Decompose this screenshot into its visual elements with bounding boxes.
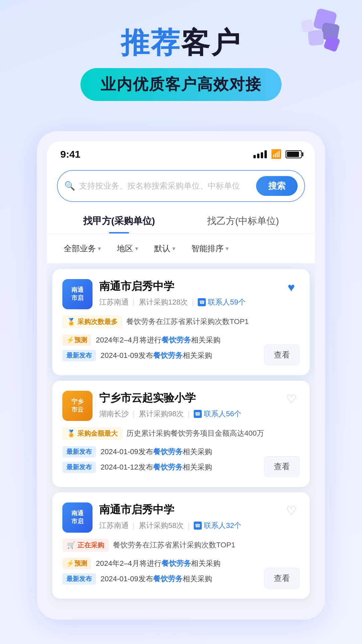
search-bar[interactable]: 🔍 支持按业务、按名称搜索采购单位、中标单位 搜索 (57, 170, 305, 202)
tab-buyer[interactable]: 找甲方(采购单位) (57, 207, 181, 233)
company-name-3: 南通市启秀中学 (99, 502, 276, 517)
predict-tag-1: ⚡预测 (62, 334, 91, 346)
chevron-down-icon: ▾ (98, 245, 101, 252)
company-logo-1: 南通 市启 (62, 279, 93, 309)
chevron-down-icon: ▾ (226, 245, 229, 252)
new-release-tag-3: 最新发布 (62, 573, 96, 585)
hero-section: 推荐客户 业内优质客户高效对接 (0, 0, 362, 121)
badge-shopping-3: 🛒 正在采购 (62, 539, 109, 552)
card-2: 宁乡 市云 宁乡市云起实验小学 湖南长沙 | 累计采购98次 | ☎ 联系人 (52, 381, 310, 487)
phone-mockup: 9:41 📶 🔍 支持按业务、按名称搜索采购单位、中标单位 搜索 (37, 131, 325, 620)
badge-gold-1: 🏅 采购次数最多 (62, 315, 122, 328)
svg-rect-2 (308, 30, 324, 46)
search-icon: 🔍 (64, 181, 75, 191)
badge-desc-1: 餐饮劳务在江苏省累计采购次数TOP1 (126, 317, 249, 327)
card-info-3: 南通市启秀中学 江苏南通 | 累计采购58次 | ☎ 联系人32个 (99, 502, 276, 531)
contact-link-3[interactable]: ☎ 联系人32个 (194, 521, 241, 531)
contact-icon: ☎ (194, 410, 202, 418)
favorite-button-1[interactable]: ♥ (283, 279, 300, 296)
new-release-tag-2-2: 最新发布 (62, 462, 96, 473)
status-icons: 📶 (253, 149, 302, 159)
card-header-1: 南通 市启 南通市启秀中学 江苏南通 | 累计采购128次 | ☎ 联系人5 (62, 279, 300, 309)
badge-row-2: 🏅 采购金额最大 历史累计采购餐饮劳务项目金额高达400万 (62, 427, 300, 440)
search-section: 🔍 支持按业务、按名称搜索采购单位、中标单位 搜索 (47, 163, 315, 207)
phone-inner: 9:41 📶 🔍 支持按业务、按名称搜索采购单位、中标单位 搜索 (47, 141, 315, 609)
card-1: 南通 市启 南通市启秀中学 江苏南通 | 累计采购128次 | ☎ 联系人5 (52, 269, 310, 375)
badge-row-3: 🛒 正在采购 餐饮劳务在江苏省累计采购次数TOP1 (62, 539, 300, 552)
battery-icon (286, 150, 302, 158)
contact-link-2[interactable]: ☎ 联系人56个 (194, 409, 241, 419)
filter-region[interactable]: 地区 ▾ (110, 240, 145, 257)
svg-rect-4 (301, 19, 314, 33)
badge-desc-3: 餐饮劳务在江苏省累计采购次数TOP1 (113, 540, 235, 550)
info-row-3-1: ⚡预测 2024年2–4月将进行餐饮劳务相关采购 (62, 558, 264, 569)
tab-winner[interactable]: 找乙方(中标单位) (181, 207, 305, 233)
card-3: 南通 市启 南通市启秀中学 江苏南通 | 累计采购58次 | ☎ 联系人32 (52, 492, 310, 599)
badge-desc-2: 历史累计采购餐饮劳务项目金额高达400万 (126, 428, 264, 438)
search-button[interactable]: 搜索 (256, 176, 298, 196)
badge-row-1: 🏅 采购次数最多 餐饮劳务在江苏省累计采购次数TOP1 (62, 315, 300, 328)
company-logo-3: 南通 市启 (62, 502, 93, 533)
filter-bar: 全部业务 ▾ 地区 ▾ 默认 ▾ 智能排序 ▾ (47, 234, 315, 264)
status-bar: 9:41 📶 (47, 141, 315, 163)
info-text-3-1: 2024年2–4月将进行餐饮劳务相关采购 (96, 558, 264, 569)
company-meta-2: 湖南长沙 | 累计采购98次 | ☎ 联系人56个 (99, 409, 276, 419)
info-text-1-1: 2024年2–4月将进行餐饮劳务相关采购 (96, 335, 264, 345)
company-meta-1: 江苏南通 | 累计采购128次 | ☎ 联系人59个 (99, 297, 276, 307)
info-row-3-2: 最新发布 2024-01-09发布餐饮劳务相关采购 (62, 573, 264, 585)
filter-all-business[interactable]: 全部业务 ▾ (57, 240, 108, 257)
info-text-2-2: 2024-01-12发布餐饮劳务相关采购 (101, 462, 264, 472)
signal-icon (253, 150, 267, 158)
card-info-2: 宁乡市云起实验小学 湖南长沙 | 累计采购98次 | ☎ 联系人56个 (99, 391, 276, 419)
wifi-icon: 📶 (271, 149, 282, 159)
view-button-3[interactable]: 查看 (264, 568, 300, 589)
card-info-block-1: ⚡预测 2024年2–4月将进行餐饮劳务相关采购 最新发布 2024-01-09… (62, 334, 264, 365)
new-release-tag-2-1: 最新发布 (62, 446, 96, 458)
card-header-2: 宁乡 市云 宁乡市云起实验小学 湖南长沙 | 累计采购98次 | ☎ 联系人 (62, 391, 300, 421)
info-text-2-1: 2024-01-09发布餐饮劳务相关采购 (101, 447, 264, 457)
card-info-block-3: ⚡预测 2024年2–4月将进行餐饮劳务相关采购 最新发布 2024-01-09… (62, 558, 264, 589)
card-actions-3: ⚡预测 2024年2–4月将进行餐饮劳务相关采购 最新发布 2024-01-09… (62, 558, 300, 589)
card-info-block-2: 最新发布 2024-01-09发布餐饮劳务相关采购 最新发布 2024-01-1… (62, 446, 264, 477)
hero-subtitle-wrap: 业内优质客户高效对接 (80, 68, 282, 101)
contact-icon: ☎ (198, 298, 206, 306)
company-logo-2: 宁乡 市云 (62, 391, 93, 421)
card-header-3: 南通 市启 南通市启秀中学 江苏南通 | 累计采购58次 | ☎ 联系人32 (62, 502, 300, 533)
hero-subtitle: 业内优质客户高效对接 (101, 75, 261, 93)
chevron-down-icon: ▾ (172, 245, 175, 252)
info-row-1-1: ⚡预测 2024年2–4月将进行餐饮劳务相关采购 (62, 334, 264, 346)
view-button-1[interactable]: 查看 (264, 344, 300, 365)
status-time: 9:41 (60, 149, 80, 160)
company-name-1: 南通市启秀中学 (99, 279, 276, 294)
predict-tag-3: ⚡预测 (62, 558, 91, 569)
view-button-2[interactable]: 查看 (264, 456, 300, 477)
favorite-button-3[interactable]: ♡ (283, 502, 300, 519)
filter-smart-sort[interactable]: 智能排序 ▾ (185, 240, 235, 257)
cube-decoration (292, 7, 352, 67)
contact-link-1[interactable]: ☎ 联系人59个 (198, 297, 245, 307)
badge-gold-2: 🏅 采购金额最大 (62, 427, 122, 440)
info-row-2-1: 最新发布 2024-01-09发布餐饮劳务相关采购 (62, 446, 264, 458)
search-input[interactable]: 支持按业务、按名称搜索采购单位、中标单位 (79, 180, 252, 191)
favorite-button-2[interactable]: ♡ (283, 391, 300, 408)
chevron-down-icon: ▾ (135, 245, 138, 252)
card-actions-1: ⚡预测 2024年2–4月将进行餐饮劳务相关采购 最新发布 2024-01-09… (62, 334, 300, 365)
cards-area: 南通 市启 南通市启秀中学 江苏南通 | 累计采购128次 | ☎ 联系人5 (47, 264, 315, 609)
card-actions-2: 最新发布 2024-01-09发布餐饮劳务相关采购 最新发布 2024-01-1… (62, 446, 300, 477)
tabs-section: 找甲方(采购单位) 找乙方(中标单位) (47, 207, 315, 234)
company-meta-3: 江苏南通 | 累计采购58次 | ☎ 联系人32个 (99, 521, 276, 531)
info-text-1-2: 2024-01-09发布餐饮劳务相关采购 (101, 351, 264, 361)
info-row-1-2: 最新发布 2024-01-09发布餐饮劳务相关采购 (62, 350, 264, 361)
info-text-3-2: 2024-01-09发布餐饮劳务相关采购 (101, 574, 264, 584)
new-release-tag-1: 最新发布 (62, 350, 96, 361)
card-info-1: 南通市启秀中学 江苏南通 | 累计采购128次 | ☎ 联系人59个 (99, 279, 276, 307)
filter-default[interactable]: 默认 ▾ (147, 240, 182, 257)
info-row-2-2: 最新发布 2024-01-12发布餐饮劳务相关采购 (62, 462, 264, 473)
contact-icon: ☎ (194, 522, 202, 530)
company-name-2: 宁乡市云起实验小学 (99, 391, 276, 406)
